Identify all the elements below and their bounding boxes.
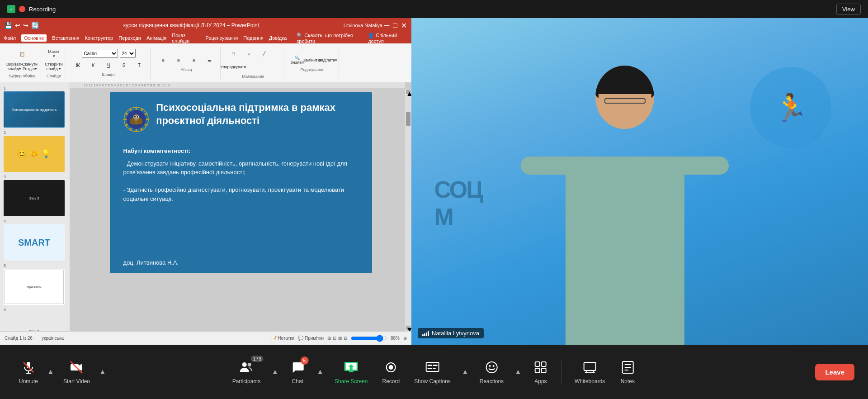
align-left-btn[interactable]: ≡: [156, 54, 170, 66]
shadow-btn[interactable]: Т: [132, 59, 146, 71]
underline-btn[interactable]: Ч: [101, 59, 116, 71]
slide-thumb-1[interactable]: Психосоціальна підтримка: [4, 91, 65, 128]
menu-animation[interactable]: Анімація: [146, 35, 166, 41]
svg-rect-11: [123, 119, 127, 120]
paste-btn[interactable]: 📋: [15, 48, 29, 60]
slides-group: Макет ▾ Створити слайд ▾ Слайди: [43, 47, 65, 79]
apps-group[interactable]: Apps: [527, 356, 554, 388]
menu-view[interactable]: Подання: [243, 35, 263, 41]
show-captions-group[interactable]: Show Captions: [409, 356, 456, 388]
font-family-select[interactable]: Calibri: [82, 49, 118, 58]
apps-label: Apps: [534, 378, 547, 385]
close-btn[interactable]: ✕: [401, 21, 407, 30]
align-right-btn[interactable]: ≡: [187, 54, 201, 66]
notes-btn[interactable]: 📝 Нотатки: [271, 336, 295, 341]
slide-body: Набуті компетентності: - Демонструвати і…: [123, 147, 359, 203]
video-panel: 🏃 СОЦМ: [411, 18, 868, 345]
ppt-menu-bar: Файл Основне Вставлення Конструктор Пере…: [0, 33, 411, 43]
notes-group[interactable]: Notes: [614, 356, 641, 388]
start-video-group[interactable]: Start Video: [58, 356, 95, 388]
menu-slideshow[interactable]: Показ слайдів: [172, 33, 200, 43]
menu-review[interactable]: Рецензування: [206, 35, 238, 41]
new-slide-btn[interactable]: Макет ▾: [47, 48, 61, 60]
signal-bar-3: [426, 332, 427, 336]
slide-thumb-5[interactable]: Принципи: [4, 269, 65, 305]
svg-point-45: [492, 365, 494, 367]
menu-design[interactable]: Конструктор: [85, 35, 113, 41]
whiteboards-group[interactable]: Whiteboards: [569, 356, 610, 388]
participants-group[interactable]: 173 Participants: [227, 356, 266, 388]
comments-btn[interactable]: 💬 Примітки: [298, 336, 324, 341]
svg-rect-40: [433, 365, 438, 366]
microphone-icon: [20, 359, 37, 375]
ppt-user: Litvinova Nataliya: [344, 23, 382, 28]
fit-btn[interactable]: ⊕: [403, 336, 407, 341]
slide-thumb-4[interactable]: SMART: [4, 224, 65, 261]
align-center-btn[interactable]: ≡: [171, 54, 186, 66]
slide-title: Психосоціальна підтримка в рамках проєкт…: [156, 101, 358, 127]
reactions-group[interactable]: Reactions: [474, 356, 509, 388]
view-slide-btn[interactable]: ⊠: [338, 336, 342, 341]
view-reading-btn[interactable]: ⊟: [344, 336, 347, 341]
menu-file[interactable]: Файл: [4, 35, 16, 41]
clipboard-group: 📋 Вирізатислайд▾ СкинутиРозділ▾ Буфер об…: [4, 47, 41, 79]
svg-rect-48: [535, 368, 540, 373]
reactions-label: Reactions: [480, 378, 504, 385]
shape-oval-btn[interactable]: ○: [241, 47, 256, 60]
view-button[interactable]: View: [836, 4, 861, 15]
captions-chevron[interactable]: ▲: [460, 366, 471, 378]
replace-btn[interactable]: Замінити▾: [305, 54, 320, 66]
record-group[interactable]: Record: [377, 356, 405, 388]
arrange-btn[interactable]: Упорядкувати: [226, 61, 241, 73]
menu-search[interactable]: 🔍 Скажіть, що потрібно зробити: [297, 33, 363, 44]
chat-group[interactable]: 5 Chat: [284, 356, 311, 388]
leave-button[interactable]: Leave: [815, 364, 854, 380]
menu-insert[interactable]: Вставлення: [52, 35, 79, 41]
find-btn[interactable]: 🔍 Знайти: [290, 54, 304, 66]
bullets-btn[interactable]: ☰: [202, 54, 217, 66]
slide-header: Психосоціальна підтримка в рамках проєкт…: [123, 101, 359, 138]
unmute-group[interactable]: Unmute: [14, 356, 43, 388]
main-slide-view: 12 11 10 9 8 7 6 5 4 3 2 1 0 1 2 3 4 5 6…: [70, 82, 411, 331]
menu-share[interactable]: 👤 Спільний доступ: [368, 33, 408, 44]
font-size-select[interactable]: 24: [120, 49, 136, 58]
view-normal-btn[interactable]: ⊞: [327, 336, 331, 341]
svg-rect-5: [146, 119, 149, 120]
slide-thumb-6[interactable]: Slide 6: [4, 313, 65, 331]
cut-btn[interactable]: Вирізатислайд▾: [7, 60, 22, 73]
participants-chevron[interactable]: ▲: [269, 366, 280, 378]
unmute-chevron[interactable]: ▲: [45, 366, 56, 378]
start-video-label: Start Video: [63, 378, 90, 385]
shape-rect-btn[interactable]: □: [226, 47, 241, 60]
reactions-chevron[interactable]: ▲: [513, 366, 524, 378]
language-indicator: українська: [42, 336, 64, 341]
competencies-heading: Набуті компетентності:: [123, 147, 359, 156]
svg-rect-38: [426, 362, 439, 371]
shape-line-btn[interactable]: ╱: [257, 47, 271, 60]
view-outline-btn[interactable]: ⊡: [333, 336, 336, 341]
slide-num-3: 3: [4, 175, 66, 179]
minimize-btn[interactable]: ─: [384, 21, 389, 30]
menu-home[interactable]: Основне: [21, 34, 47, 42]
svg-rect-42: [433, 368, 436, 369]
video-chevron[interactable]: ▲: [97, 366, 108, 378]
strikethrough-btn[interactable]: S: [117, 59, 131, 71]
italic-btn[interactable]: К: [86, 59, 100, 71]
chat-chevron[interactable]: ▲: [315, 366, 326, 378]
slide-thumb-3[interactable]: Slide 3: [4, 180, 65, 216]
slide-thumb-2[interactable]: 😊 🤝 💡: [4, 136, 65, 172]
copy-btn[interactable]: СкинутиРозділ▾: [23, 60, 37, 73]
recording-label: Recording: [29, 6, 56, 13]
share-screen-group[interactable]: Share Screen: [329, 356, 373, 388]
select-btn[interactable]: Виділити▾: [321, 54, 335, 66]
restore-btn[interactable]: □: [393, 21, 397, 30]
chat-icon: 5: [289, 359, 306, 375]
menu-transitions[interactable]: Переходи: [118, 35, 141, 41]
slide-counter: Слайд 1 із 26: [5, 336, 33, 341]
vertical-scrollbar[interactable]: ▲ ▼: [405, 89, 411, 331]
bold-btn[interactable]: Ж: [71, 59, 85, 71]
whiteboards-label: Whiteboards: [575, 378, 605, 385]
menu-help[interactable]: Довідка: [269, 35, 287, 41]
layout-btn[interactable]: Створити слайд ▾: [47, 60, 61, 73]
zoom-slider[interactable]: [351, 335, 387, 342]
